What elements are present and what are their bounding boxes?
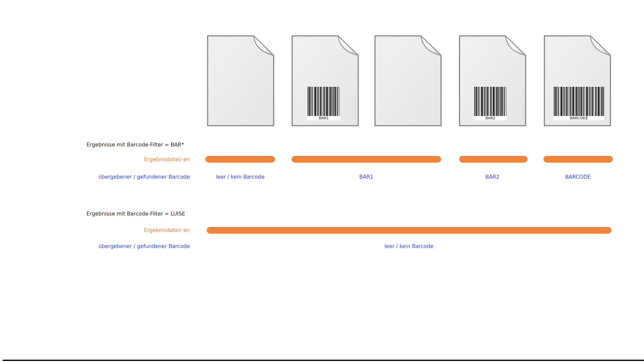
document-icon-1 xyxy=(207,35,275,127)
document-icon-4: BAR2 xyxy=(459,35,527,127)
section1-result-files-label: Ergebnisdatei/-en xyxy=(56,156,190,163)
barcode: BARCODE xyxy=(553,87,604,120)
barcode-bars-icon xyxy=(553,87,604,116)
barcode: BAR2 xyxy=(474,87,507,120)
document-icon-2: BAR1 xyxy=(291,35,359,127)
barcode: BAR1 xyxy=(307,87,340,120)
barcode-value: leer / kein Barcode xyxy=(190,174,290,180)
barcode-label: BARCODE xyxy=(553,116,604,120)
result-file-bar xyxy=(459,156,528,163)
barcode-bars-icon xyxy=(307,87,340,116)
barcode-label: BAR1 xyxy=(307,116,340,120)
result-file-bar xyxy=(543,156,613,163)
result-file-bar xyxy=(205,156,275,163)
barcode-value: BAR1 xyxy=(316,174,417,180)
diagram-canvas: BAR1 BAR2 BARCODE Ergebnisse mit Barcode… xyxy=(0,0,644,362)
barcode-bars-icon xyxy=(474,87,507,116)
section2-result-files-label: Ergebnisdatei/-en xyxy=(56,227,190,234)
document-icon-5: BARCODE xyxy=(543,35,611,127)
result-file-bar xyxy=(207,227,611,234)
section1-barcode-row-label: übergebener / gefundener Barcode xyxy=(56,174,190,180)
result-file-bar xyxy=(291,156,441,163)
section2-barcode-row-label: übergebener / gefundener Barcode xyxy=(56,243,190,250)
barcode-value: leer / kein Barcode xyxy=(359,243,459,250)
document-icon-3 xyxy=(374,35,442,127)
bottom-divider xyxy=(3,360,644,361)
barcode-label: BAR2 xyxy=(474,116,507,120)
page-icon xyxy=(207,35,275,127)
barcode-value: BARCODE xyxy=(528,174,628,180)
page-icon xyxy=(374,35,442,127)
section1-title: Ergebnisse mit Barcode-Filter = BAR* xyxy=(87,141,184,148)
section2-title: Ergebnisse mit Barcode-Filter = LUISE xyxy=(87,210,185,218)
